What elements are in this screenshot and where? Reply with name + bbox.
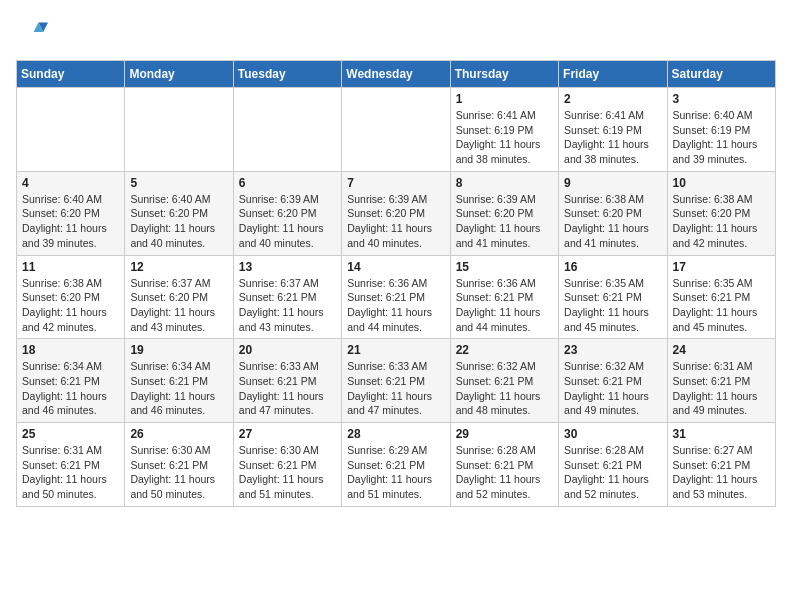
calendar-week-row: 4Sunrise: 6:40 AMSunset: 6:20 PMDaylight… xyxy=(17,171,776,255)
calendar-cell: 18Sunrise: 6:34 AMSunset: 6:21 PMDayligh… xyxy=(17,339,125,423)
calendar-cell: 13Sunrise: 6:37 AMSunset: 6:21 PMDayligh… xyxy=(233,255,341,339)
day-number: 18 xyxy=(22,343,119,357)
calendar-cell: 31Sunrise: 6:27 AMSunset: 6:21 PMDayligh… xyxy=(667,423,775,507)
calendar-cell: 23Sunrise: 6:32 AMSunset: 6:21 PMDayligh… xyxy=(559,339,667,423)
calendar-cell: 20Sunrise: 6:33 AMSunset: 6:21 PMDayligh… xyxy=(233,339,341,423)
calendar-cell: 16Sunrise: 6:35 AMSunset: 6:21 PMDayligh… xyxy=(559,255,667,339)
day-number: 15 xyxy=(456,260,553,274)
weekday-header-cell: Sunday xyxy=(17,61,125,88)
day-number: 30 xyxy=(564,427,661,441)
weekday-header-row: SundayMondayTuesdayWednesdayThursdayFrid… xyxy=(17,61,776,88)
calendar-week-row: 18Sunrise: 6:34 AMSunset: 6:21 PMDayligh… xyxy=(17,339,776,423)
weekday-header-cell: Saturday xyxy=(667,61,775,88)
day-number: 17 xyxy=(673,260,770,274)
calendar-cell: 21Sunrise: 6:33 AMSunset: 6:21 PMDayligh… xyxy=(342,339,450,423)
day-number: 25 xyxy=(22,427,119,441)
day-info: Sunrise: 6:28 AMSunset: 6:21 PMDaylight:… xyxy=(564,443,661,502)
calendar-cell: 28Sunrise: 6:29 AMSunset: 6:21 PMDayligh… xyxy=(342,423,450,507)
calendar-cell: 11Sunrise: 6:38 AMSunset: 6:20 PMDayligh… xyxy=(17,255,125,339)
day-info: Sunrise: 6:38 AMSunset: 6:20 PMDaylight:… xyxy=(564,192,661,251)
day-number: 8 xyxy=(456,176,553,190)
day-info: Sunrise: 6:37 AMSunset: 6:20 PMDaylight:… xyxy=(130,276,227,335)
calendar-cell: 27Sunrise: 6:30 AMSunset: 6:21 PMDayligh… xyxy=(233,423,341,507)
calendar-cell: 5Sunrise: 6:40 AMSunset: 6:20 PMDaylight… xyxy=(125,171,233,255)
calendar-cell: 25Sunrise: 6:31 AMSunset: 6:21 PMDayligh… xyxy=(17,423,125,507)
day-info: Sunrise: 6:33 AMSunset: 6:21 PMDaylight:… xyxy=(347,359,444,418)
day-number: 24 xyxy=(673,343,770,357)
day-info: Sunrise: 6:40 AMSunset: 6:19 PMDaylight:… xyxy=(673,108,770,167)
day-number: 29 xyxy=(456,427,553,441)
day-info: Sunrise: 6:33 AMSunset: 6:21 PMDaylight:… xyxy=(239,359,336,418)
day-number: 1 xyxy=(456,92,553,106)
day-info: Sunrise: 6:40 AMSunset: 6:20 PMDaylight:… xyxy=(22,192,119,251)
day-info: Sunrise: 6:35 AMSunset: 6:21 PMDaylight:… xyxy=(564,276,661,335)
day-info: Sunrise: 6:41 AMSunset: 6:19 PMDaylight:… xyxy=(456,108,553,167)
calendar-cell: 7Sunrise: 6:39 AMSunset: 6:20 PMDaylight… xyxy=(342,171,450,255)
day-number: 10 xyxy=(673,176,770,190)
day-number: 4 xyxy=(22,176,119,190)
calendar-cell: 15Sunrise: 6:36 AMSunset: 6:21 PMDayligh… xyxy=(450,255,558,339)
day-number: 31 xyxy=(673,427,770,441)
day-info: Sunrise: 6:32 AMSunset: 6:21 PMDaylight:… xyxy=(564,359,661,418)
calendar-cell: 9Sunrise: 6:38 AMSunset: 6:20 PMDaylight… xyxy=(559,171,667,255)
day-info: Sunrise: 6:39 AMSunset: 6:20 PMDaylight:… xyxy=(347,192,444,251)
day-info: Sunrise: 6:32 AMSunset: 6:21 PMDaylight:… xyxy=(456,359,553,418)
calendar-cell: 14Sunrise: 6:36 AMSunset: 6:21 PMDayligh… xyxy=(342,255,450,339)
day-info: Sunrise: 6:38 AMSunset: 6:20 PMDaylight:… xyxy=(22,276,119,335)
calendar-cell: 10Sunrise: 6:38 AMSunset: 6:20 PMDayligh… xyxy=(667,171,775,255)
weekday-header-cell: Monday xyxy=(125,61,233,88)
calendar-cell: 24Sunrise: 6:31 AMSunset: 6:21 PMDayligh… xyxy=(667,339,775,423)
day-number: 23 xyxy=(564,343,661,357)
weekday-header-cell: Wednesday xyxy=(342,61,450,88)
day-info: Sunrise: 6:38 AMSunset: 6:20 PMDaylight:… xyxy=(673,192,770,251)
day-number: 6 xyxy=(239,176,336,190)
calendar-cell xyxy=(342,88,450,172)
day-info: Sunrise: 6:36 AMSunset: 6:21 PMDaylight:… xyxy=(347,276,444,335)
day-number: 5 xyxy=(130,176,227,190)
calendar-cell: 3Sunrise: 6:40 AMSunset: 6:19 PMDaylight… xyxy=(667,88,775,172)
calendar-cell: 12Sunrise: 6:37 AMSunset: 6:20 PMDayligh… xyxy=(125,255,233,339)
calendar-week-row: 1Sunrise: 6:41 AMSunset: 6:19 PMDaylight… xyxy=(17,88,776,172)
logo xyxy=(16,16,52,48)
day-info: Sunrise: 6:35 AMSunset: 6:21 PMDaylight:… xyxy=(673,276,770,335)
calendar-cell: 26Sunrise: 6:30 AMSunset: 6:21 PMDayligh… xyxy=(125,423,233,507)
calendar-cell: 2Sunrise: 6:41 AMSunset: 6:19 PMDaylight… xyxy=(559,88,667,172)
day-number: 22 xyxy=(456,343,553,357)
calendar-cell: 1Sunrise: 6:41 AMSunset: 6:19 PMDaylight… xyxy=(450,88,558,172)
day-number: 12 xyxy=(130,260,227,274)
calendar-cell: 17Sunrise: 6:35 AMSunset: 6:21 PMDayligh… xyxy=(667,255,775,339)
day-info: Sunrise: 6:27 AMSunset: 6:21 PMDaylight:… xyxy=(673,443,770,502)
weekday-header-cell: Thursday xyxy=(450,61,558,88)
day-info: Sunrise: 6:36 AMSunset: 6:21 PMDaylight:… xyxy=(456,276,553,335)
calendar-cell: 29Sunrise: 6:28 AMSunset: 6:21 PMDayligh… xyxy=(450,423,558,507)
day-number: 3 xyxy=(673,92,770,106)
weekday-header-cell: Friday xyxy=(559,61,667,88)
calendar-cell: 22Sunrise: 6:32 AMSunset: 6:21 PMDayligh… xyxy=(450,339,558,423)
day-info: Sunrise: 6:28 AMSunset: 6:21 PMDaylight:… xyxy=(456,443,553,502)
calendar-cell: 6Sunrise: 6:39 AMSunset: 6:20 PMDaylight… xyxy=(233,171,341,255)
logo-icon xyxy=(16,16,48,48)
day-number: 21 xyxy=(347,343,444,357)
calendar-cell xyxy=(125,88,233,172)
day-number: 9 xyxy=(564,176,661,190)
day-info: Sunrise: 6:31 AMSunset: 6:21 PMDaylight:… xyxy=(673,359,770,418)
page-header xyxy=(16,16,776,48)
day-number: 26 xyxy=(130,427,227,441)
day-info: Sunrise: 6:30 AMSunset: 6:21 PMDaylight:… xyxy=(239,443,336,502)
day-info: Sunrise: 6:29 AMSunset: 6:21 PMDaylight:… xyxy=(347,443,444,502)
day-info: Sunrise: 6:30 AMSunset: 6:21 PMDaylight:… xyxy=(130,443,227,502)
calendar-cell xyxy=(17,88,125,172)
day-info: Sunrise: 6:31 AMSunset: 6:21 PMDaylight:… xyxy=(22,443,119,502)
calendar-cell: 19Sunrise: 6:34 AMSunset: 6:21 PMDayligh… xyxy=(125,339,233,423)
day-info: Sunrise: 6:40 AMSunset: 6:20 PMDaylight:… xyxy=(130,192,227,251)
calendar-cell: 8Sunrise: 6:39 AMSunset: 6:20 PMDaylight… xyxy=(450,171,558,255)
day-number: 16 xyxy=(564,260,661,274)
calendar-week-row: 11Sunrise: 6:38 AMSunset: 6:20 PMDayligh… xyxy=(17,255,776,339)
day-number: 2 xyxy=(564,92,661,106)
day-number: 20 xyxy=(239,343,336,357)
day-info: Sunrise: 6:37 AMSunset: 6:21 PMDaylight:… xyxy=(239,276,336,335)
calendar-cell xyxy=(233,88,341,172)
day-info: Sunrise: 6:39 AMSunset: 6:20 PMDaylight:… xyxy=(239,192,336,251)
calendar-body: 1Sunrise: 6:41 AMSunset: 6:19 PMDaylight… xyxy=(17,88,776,507)
day-number: 27 xyxy=(239,427,336,441)
